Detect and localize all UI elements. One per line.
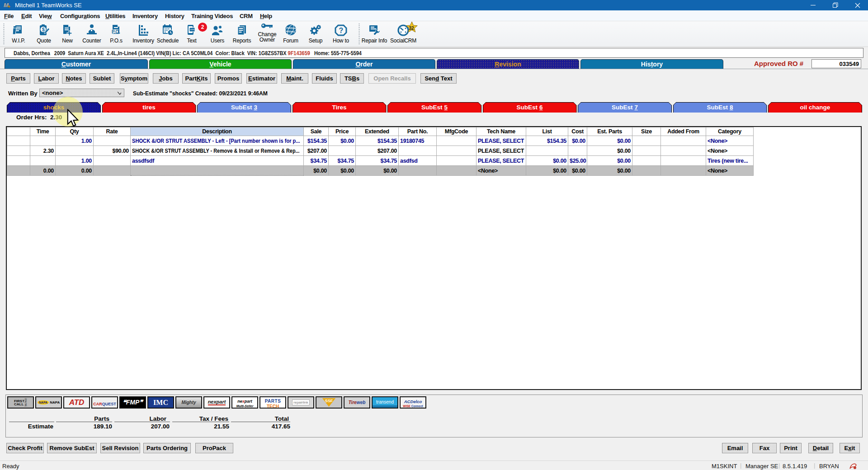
- svg-text:$: $: [42, 27, 45, 32]
- svg-text:P.O.: P.O.: [112, 29, 120, 34]
- svg-text:?: ?: [339, 27, 344, 34]
- svg-text:+: +: [8, 4, 10, 9]
- svg-text:32: 32: [409, 26, 415, 31]
